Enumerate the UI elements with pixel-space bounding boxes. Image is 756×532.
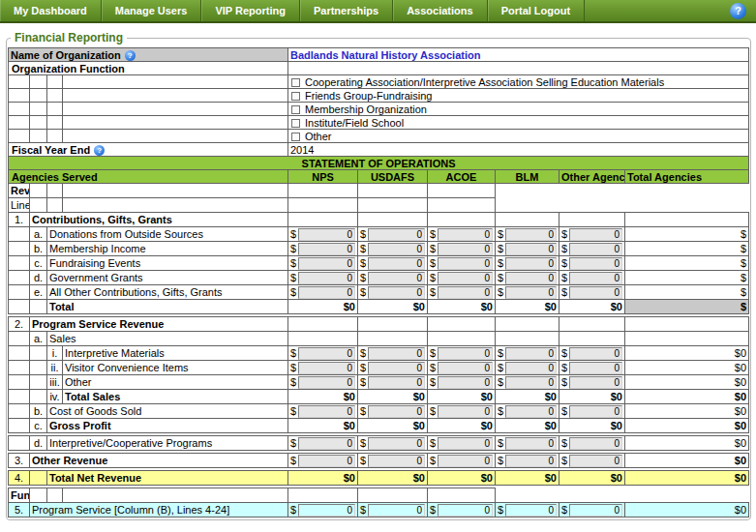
amount-input[interactable] [438,362,493,374]
amount-input[interactable] [368,286,425,299]
nav-item-partnerships[interactable]: Partnerships [300,0,393,21]
amount-input[interactable] [298,286,355,299]
amount-input[interactable] [505,455,557,467]
amount-input[interactable] [438,347,493,360]
amount-input[interactable] [505,405,557,418]
amount-input[interactable] [298,504,355,517]
amount-input[interactable] [569,347,622,360]
nav-item-manage-users[interactable]: Manage Users [102,0,202,21]
row-label: Program Service [Column (B), Lines 4-24] [30,503,288,517]
computed-total: $0 [428,390,496,404]
amount-input[interactable] [569,455,622,467]
amount-input[interactable] [368,362,425,374]
dollar-sign: $ [498,455,503,466]
nav-item-associations[interactable]: Associations [393,0,487,21]
amount-input[interactable] [569,437,622,450]
amount-input[interactable] [298,272,355,284]
amount-input[interactable] [298,257,355,270]
dollar-sign: $ [430,405,436,417]
dollar-sign: $ [561,272,567,283]
amount-input[interactable] [298,376,355,389]
amount-input[interactable] [505,347,557,360]
amount-input[interactable] [505,243,557,255]
amount-input[interactable] [368,405,425,418]
amount-input[interactable] [368,243,425,255]
nav-item-vip-reporting[interactable]: VIP Reporting [201,0,300,21]
nav-item-my-dashboard[interactable]: My Dashboard [0,0,102,21]
amount-input[interactable] [505,272,557,284]
nav-item-portal-logout[interactable]: Portal Logout [488,0,586,21]
amount-input[interactable] [438,437,493,450]
amount-input[interactable] [569,272,622,284]
amount-input[interactable] [569,243,622,255]
amount-input[interactable] [505,228,557,241]
org-function-row: Organization Function [9,62,749,75]
amount-input[interactable] [298,455,355,467]
amount-input[interactable] [368,455,425,467]
amount-input[interactable] [298,405,355,418]
amount-input[interactable] [505,504,557,517]
function-option-label: Friends Group-Fundraising [305,90,432,102]
nav-items: My DashboardManage UsersVIP ReportingPar… [0,0,585,21]
help-icon[interactable]: ? [730,3,746,19]
amount-input[interactable] [505,362,557,374]
amount-input[interactable] [368,257,425,270]
function-option-checkbox[interactable] [291,78,300,87]
amount-input[interactable] [438,286,493,299]
column-header-other-agencies: Other Agencies [559,170,625,184]
help-icon-small[interactable]: ? [125,50,136,61]
row-label: Total [47,300,288,314]
function-option-checkbox[interactable] [291,119,300,128]
amount-input[interactable] [505,437,557,450]
amount-input[interactable] [569,228,622,241]
amount-input[interactable] [569,257,622,270]
amount-input[interactable] [438,504,493,517]
line-number: 2. [9,317,30,332]
amount-input[interactable] [368,504,425,517]
amount-input[interactable] [505,286,557,299]
dollar-sign: $ [498,437,503,449]
amount-input[interactable] [505,257,557,270]
amount-input[interactable] [438,243,493,255]
amount-input[interactable] [368,347,425,360]
fiscal-year-label-cell: Fiscal Year End? [9,143,288,157]
amount-input[interactable] [368,376,425,389]
amount-input[interactable] [569,405,622,418]
amount-input[interactable] [438,257,493,270]
amount-input[interactable] [438,228,493,241]
line-number [9,436,30,451]
amount-input[interactable] [438,376,493,389]
amount-cell: $ [358,503,428,517]
amount-cell: $ [428,503,496,517]
computed-total: $0 [358,300,428,314]
function-option-checkbox[interactable] [291,92,300,101]
amount-input[interactable] [368,228,425,241]
financial-reporting-table: Name of Organization? Badlands Natural H… [8,47,749,517]
line-number: b. [30,404,47,419]
amount-input[interactable] [298,437,355,450]
amount-input[interactable] [438,455,493,467]
amount-input[interactable] [505,376,557,389]
amount-cell: $ [428,242,496,256]
function-option-label: Other [305,131,332,142]
help-icon-small[interactable]: ? [94,145,105,156]
line-number: 5. [9,503,30,517]
amount-input[interactable] [368,437,425,450]
amount-input[interactable] [368,272,425,284]
amount-input[interactable] [438,405,493,418]
amount-cell: $ [496,436,559,451]
amount-input[interactable] [569,504,622,517]
amount-input[interactable] [438,272,493,284]
amount-input[interactable] [569,376,622,389]
function-option-checkbox[interactable] [291,133,300,141]
amount-cell: $ [358,361,428,375]
amount-input[interactable] [298,347,355,360]
amount-input[interactable] [298,228,355,241]
amount-input[interactable] [298,362,355,374]
amount-input[interactable] [569,362,622,374]
amount-cell: $ [288,227,358,242]
line-number: d. [30,436,47,451]
function-option-checkbox[interactable] [291,105,300,114]
amount-input[interactable] [298,243,355,255]
amount-input[interactable] [569,286,622,299]
